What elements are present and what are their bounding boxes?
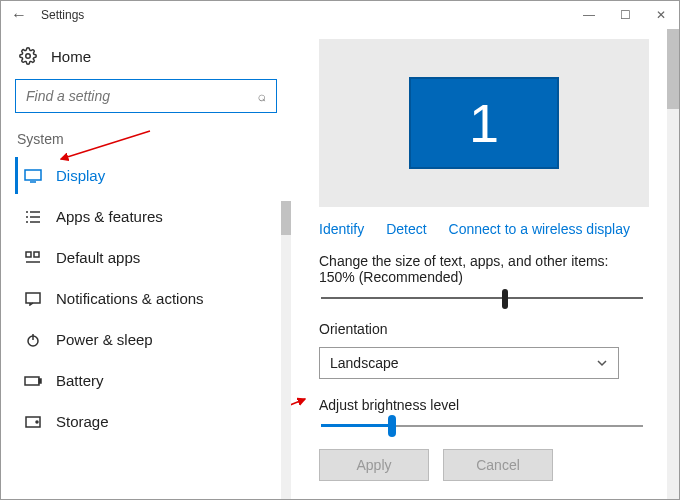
sidebar-item-label: Storage xyxy=(56,413,109,430)
main-scrollbar[interactable] xyxy=(667,29,679,500)
main-panel: 1 Identify Detect Connect to a wireless … xyxy=(291,29,679,500)
power-icon xyxy=(24,332,42,348)
sidebar-item-label: Default apps xyxy=(56,249,140,266)
slider-thumb[interactable] xyxy=(388,415,396,437)
sidebar-item-storage[interactable]: Storage xyxy=(15,403,277,440)
display-preview: 1 xyxy=(319,39,649,207)
list-icon xyxy=(24,210,42,224)
titlebar: ← Settings — ☐ ✕ xyxy=(1,1,679,29)
scale-label: Change the size of text, apps, and other… xyxy=(319,253,645,285)
svg-rect-11 xyxy=(34,252,39,257)
maximize-button[interactable]: ☐ xyxy=(607,1,643,29)
scale-slider[interactable] xyxy=(321,297,643,299)
sidebar-item-label: Display xyxy=(56,167,105,184)
display-icon xyxy=(24,169,42,183)
sidebar-item-label: Notifications & actions xyxy=(56,290,204,307)
sidebar-item-label: Power & sleep xyxy=(56,331,153,348)
sidebar-scrollbar[interactable] xyxy=(281,201,291,500)
minimize-button[interactable]: — xyxy=(571,1,607,29)
scrollbar-thumb[interactable] xyxy=(281,201,291,235)
apply-button[interactable]: Apply xyxy=(319,449,429,481)
back-button[interactable]: ← xyxy=(5,6,33,24)
orientation-label: Orientation xyxy=(319,321,645,337)
svg-line-20 xyxy=(291,399,305,445)
sidebar: Home ⌕ System DisplayApps & featuresDefa… xyxy=(1,29,291,500)
section-label: System xyxy=(17,131,275,147)
scrollbar-thumb[interactable] xyxy=(667,29,679,109)
detect-link[interactable]: Detect xyxy=(386,221,426,237)
sidebar-item-battery[interactable]: Battery xyxy=(15,362,277,399)
svg-rect-10 xyxy=(26,252,31,257)
monitor-1[interactable]: 1 xyxy=(409,77,559,169)
svg-point-19 xyxy=(36,421,38,423)
svg-rect-16 xyxy=(25,377,39,385)
sidebar-item-notify[interactable]: Notifications & actions xyxy=(15,280,277,317)
sidebar-item-display[interactable]: Display xyxy=(15,157,277,194)
svg-rect-17 xyxy=(39,379,41,383)
svg-rect-2 xyxy=(25,170,41,180)
brightness-slider[interactable] xyxy=(321,425,643,427)
gear-icon xyxy=(19,47,37,65)
sidebar-item-power[interactable]: Power & sleep xyxy=(15,321,277,358)
home-nav[interactable]: Home xyxy=(15,37,277,79)
chevron-down-icon xyxy=(596,357,608,369)
storage-icon xyxy=(24,416,42,428)
sidebar-item-label: Battery xyxy=(56,372,104,389)
orientation-dropdown[interactable]: Landscape xyxy=(319,347,619,379)
connect-wireless-link[interactable]: Connect to a wireless display xyxy=(449,221,630,237)
brightness-label: Adjust brightness level xyxy=(319,397,645,413)
battery-icon xyxy=(24,375,42,387)
svg-rect-13 xyxy=(26,293,40,303)
svg-point-0 xyxy=(26,54,31,59)
search-field[interactable] xyxy=(26,88,258,104)
notify-icon xyxy=(24,292,42,306)
sidebar-item-defaults[interactable]: Default apps xyxy=(15,239,277,276)
search-input[interactable]: ⌕ xyxy=(15,79,277,113)
identify-link[interactable]: Identify xyxy=(319,221,364,237)
sidebar-item-list[interactable]: Apps & features xyxy=(15,198,277,235)
window-title: Settings xyxy=(41,8,84,22)
home-label: Home xyxy=(51,48,91,65)
orientation-value: Landscape xyxy=(330,355,399,371)
annotation-arrow-icon xyxy=(291,369,309,449)
sidebar-item-label: Apps & features xyxy=(56,208,163,225)
cancel-button[interactable]: Cancel xyxy=(443,449,553,481)
close-button[interactable]: ✕ xyxy=(643,1,679,29)
settings-window: ← Settings — ☐ ✕ Home ⌕ System DisplayAp… xyxy=(0,0,680,500)
slider-thumb[interactable] xyxy=(502,289,508,309)
defaults-icon xyxy=(24,251,42,265)
search-icon: ⌕ xyxy=(258,88,266,104)
